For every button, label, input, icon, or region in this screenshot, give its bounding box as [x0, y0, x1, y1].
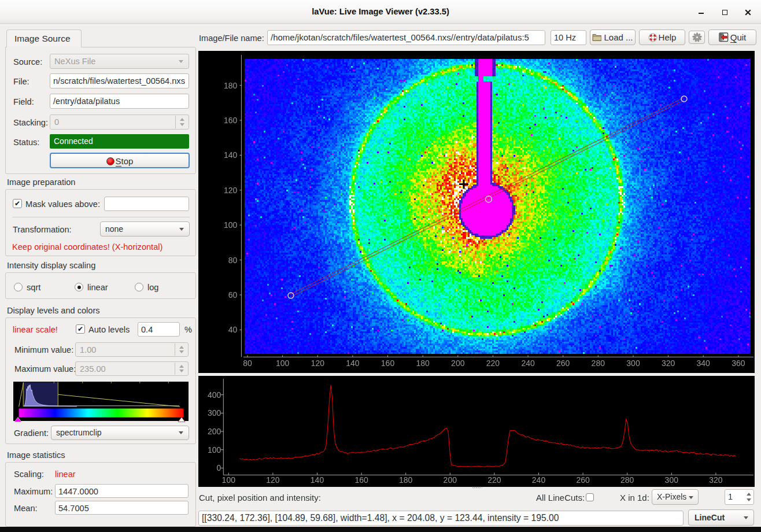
- svg-text:120: 120: [311, 359, 325, 368]
- svg-text:140: 140: [346, 359, 360, 368]
- svg-text:400: 400: [208, 390, 221, 400]
- svg-text:160: 160: [381, 359, 395, 368]
- svg-text:40: 40: [228, 325, 238, 334]
- svg-text:320: 320: [662, 359, 675, 368]
- svg-text:220: 220: [486, 359, 500, 368]
- svg-text:200: 200: [444, 475, 457, 485]
- svg-text:280: 280: [592, 359, 605, 368]
- svg-text:200: 200: [208, 427, 221, 436]
- svg-text:160: 160: [224, 116, 238, 125]
- svg-text:300: 300: [208, 408, 221, 418]
- svg-text:120: 120: [224, 186, 238, 195]
- svg-text:0: 0: [217, 463, 221, 472]
- svg-text:300: 300: [626, 359, 640, 368]
- svg-text:60: 60: [228, 290, 238, 300]
- svg-text:80: 80: [243, 359, 252, 368]
- svg-text:180: 180: [224, 81, 238, 90]
- svg-text:180: 180: [416, 359, 430, 368]
- svg-text:260: 260: [556, 359, 570, 368]
- svg-text:100: 100: [222, 475, 236, 485]
- svg-text:260: 260: [576, 475, 590, 485]
- svg-text:160: 160: [354, 475, 368, 485]
- svg-text:240: 240: [521, 359, 535, 368]
- svg-text:80: 80: [228, 256, 238, 265]
- svg-text:140: 140: [311, 475, 324, 485]
- svg-text:140: 140: [224, 150, 238, 160]
- svg-text:280: 280: [620, 475, 634, 485]
- svg-text:100: 100: [276, 359, 290, 368]
- svg-text:120: 120: [266, 475, 280, 485]
- svg-text:320: 320: [709, 475, 723, 485]
- svg-text:100: 100: [208, 445, 221, 455]
- svg-text:180: 180: [399, 475, 413, 485]
- svg-text:300: 300: [665, 475, 679, 485]
- svg-text:200: 200: [451, 359, 465, 368]
- svg-text:220: 220: [487, 475, 501, 485]
- svg-text:340: 340: [697, 359, 711, 368]
- svg-text:240: 240: [532, 475, 546, 485]
- svg-text:100: 100: [224, 220, 238, 230]
- svg-text:360: 360: [732, 359, 745, 368]
